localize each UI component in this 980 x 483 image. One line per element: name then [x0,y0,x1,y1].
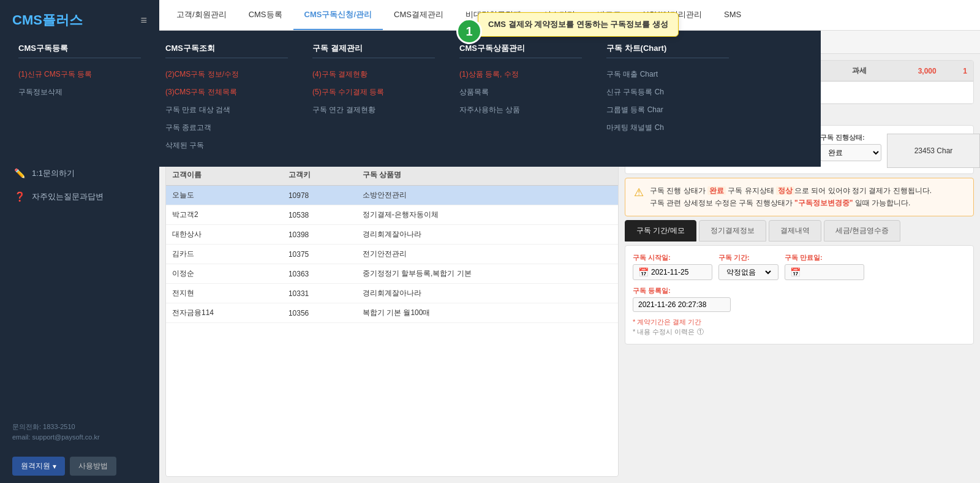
sidebar-item-label: 자주있는질문과답변 [32,191,147,202]
customer-name: 이정순 [166,264,282,284]
period-select-wrap: 약정없음 1개월 3개월 6개월 12개월 [718,264,778,280]
nav-cms-pay[interactable]: CMS결제관리 [383,0,454,30]
product-name: 소방안전관리 [356,186,618,205]
list-item[interactable]: 오늘도10978소방안전관리 [166,186,618,205]
nav-cms-sub[interactable]: CMS구독신청/관리 [293,0,383,30]
sidebar-item-faq[interactable]: ❓ 자주있는질문과답변 [0,185,159,208]
date-row: 구독 시작일: 📅 구독 기간: 약정없음 1개월 3개월 [633,253,966,312]
tab-tax[interactable]: 세금/현금영수증 [824,220,900,242]
remote-support-button[interactable]: 원격지원 ▾ [12,457,65,476]
start-date-wrap: 📅 [633,264,712,280]
customer-name: 전지현 [166,284,282,303]
col-product-name: 구독 상품명 [356,165,618,186]
mega-menu-column: 구독 결제관리(4)구독 결제현황(5)구독 수기결제 등록구독 연간 결제현황 [312,43,435,154]
mega-menu-item[interactable]: 상품목록 [459,83,582,101]
tooltip-bubble: CMS 결제와 계약정보를 연동하는 구독정보를 생성 [478,12,679,37]
mega-col-title: 구독 차트(Chart) [606,43,729,58]
calendar-icon2: 📅 [790,267,801,277]
product-name: 경리회계잘아나라 [356,225,618,245]
logo-accent: CMS [12,12,42,28]
progress-label: 구독 진행상태: [820,133,881,142]
mega-menu-item[interactable]: 구독 만료 대상 검색 [165,101,288,119]
list-item[interactable]: 전지현10331경리회계잘아나라 [166,284,618,303]
customer-key: 10978 [282,186,356,205]
list-item[interactable]: 김카드10375전기안전관리 [166,245,618,264]
product-name: 중기정정기 할부등록,복합기 기본 [356,264,618,284]
end-date-wrap: 📅 [785,264,864,280]
mega-menu-column: 구독 차트(Chart)구독 매출 Chart신규 구독등록 Ch그룹별 등록 … [606,43,729,154]
usage-button[interactable]: 사용방법 [70,457,116,476]
field-progress: 구독 진행상태: 완료 진행중 구독정보변경중 [820,133,881,161]
mega-menu-item[interactable]: 마케팅 채널별 Ch [606,119,729,137]
mega-menu-item[interactable]: (1)신규 CMS구독 등록 [18,66,141,83]
period-label: 구독 기간: [718,253,778,262]
product-name: 정기결제-은행자동이체 [356,205,618,225]
mega-menu-item[interactable]: 구독 매출 Chart [606,66,729,83]
mega-menu-item[interactable]: (4)구독 결제현황 [312,66,435,83]
mega-col-title: 구독 결제관리 [312,43,435,58]
list-item[interactable]: 이정순10363중기정정기 할부등록,복합기 기본 [166,264,618,284]
mega-menu-item[interactable]: 삭제된 구독 [165,137,288,154]
alert-text: 구독 진행 상태가 완료 구독 유지상태 정상으로 되어 있어야 정기 결제가 … [650,184,932,210]
alert-icon: ⚠ [634,186,644,199]
progress-select[interactable]: 완료 진행중 구독정보변경중 [820,144,881,161]
end-date-label: 구독 만료일: [785,253,864,262]
customer-key: 10356 [282,303,356,323]
tab-payment-info[interactable]: 정기결제정보 [699,220,766,242]
list-item[interactable]: 대한상사10398경리회계잘아나라 [166,225,618,245]
mega-col-title: CMS구독등록 [18,43,141,58]
detail-tabs: 구독 기간/메모 정기결제정보 결제내역 세금/현금영수증 [625,220,974,242]
sidebar-buttons: 원격지원 ▾ 사용방법 [0,449,159,483]
mega-menu-item[interactable]: (1)상품 등록, 수정 [459,66,582,83]
step-badge: 1 [456,18,482,44]
customer-name: 김카드 [166,245,282,264]
nav-cms-reg[interactable]: CMS등록 [238,0,293,30]
logo-text: CMS플러스 [12,11,83,29]
product-name: 경리회계잘아나라 [356,284,618,303]
mega-menu-column: CMS구독상품관리(1)상품 등록, 수정상품목록자주사용하는 상품 [459,43,582,154]
mega-menu-item[interactable]: 구독 종료고객 [165,119,288,137]
field-end-date: 구독 만료일: 📅 [785,253,864,280]
reg-date-label: 구독 등록일: [633,286,731,295]
customer-key: 10375 [282,245,356,264]
mega-menu-item[interactable]: 그룹별 등록 Char [606,101,729,119]
list-item[interactable]: 박고객210538정기결제-은행자동이체 [166,205,618,225]
product-name: 복합기 기본 월100매 [356,303,618,323]
end-date-input[interactable] [803,268,858,276]
start-date-label: 구독 시작일: [633,253,712,262]
sidebar-menu-toggle[interactable]: ≡ [140,14,147,27]
mega-menu-item[interactable]: 자주사용하는 상품 [459,101,582,119]
field-period: 구독 기간: 약정없음 1개월 3개월 6개월 12개월 [718,253,778,280]
col-tax: 과세 [834,61,885,82]
calendar-icon: 📅 [638,267,649,277]
alert-box: ⚠ 구독 진행 상태가 완료 구독 유지상태 정상으로 되어 있어야 정기 결제… [625,178,974,216]
reg-date-input[interactable] [638,300,724,309]
mega-menu-item[interactable]: (5)구독 수기결제 등록 [312,83,435,101]
customer-name: 전자금융114 [166,303,282,323]
tab-period[interactable]: 구독 기간/메모 [625,220,696,242]
pencil-icon: ✏️ [14,168,26,179]
period-select[interactable]: 약정없음 1개월 3개월 6개월 12개월 [724,267,773,277]
char-count-badge: 23453 Char [887,134,980,168]
col-count: 1 [943,61,973,82]
start-date-input[interactable] [651,268,706,276]
nav-sms[interactable]: SMS [713,0,752,30]
mega-menu-column: CMS구독등록(1)신규 CMS구독 등록구독정보삭제 [18,43,141,154]
mega-menu-item[interactable]: (3)CMS구독 전체목록 [165,83,288,101]
field-start-date: 구독 시작일: 📅 [633,253,712,280]
note-area: * 계약기간은 결제 기간 * 내용 수정시 이력은 ① [633,317,966,337]
mega-menu-item[interactable]: (2)CMS구독 정보/수정 [165,66,288,83]
mega-col-title: CMS구독조회 [165,43,288,58]
mega-menu-item[interactable]: 구독 연간 결제현황 [312,101,435,119]
customer-key: 10363 [282,264,356,284]
customer-name: 대한상사 [166,225,282,245]
mega-menu-item[interactable]: 구독정보삭제 [18,83,141,101]
tab-payment-hist[interactable]: 결제내역 [769,220,821,242]
mega-menu-item[interactable]: 신규 구독등록 Ch [606,83,729,101]
list-item[interactable]: 전자금융11410356복합기 기본 월100매 [166,303,618,323]
question-icon: ❓ [14,191,26,202]
customer-name: 오늘도 [166,186,282,205]
mega-menu: CMS구독등록(1)신규 CMS구독 등록구독정보삭제CMS구독조회(2)CMS… [0,31,821,167]
col-customer-name: 고객이름 [166,165,282,186]
nav-customer[interactable]: 고객/회원관리 [165,0,238,30]
